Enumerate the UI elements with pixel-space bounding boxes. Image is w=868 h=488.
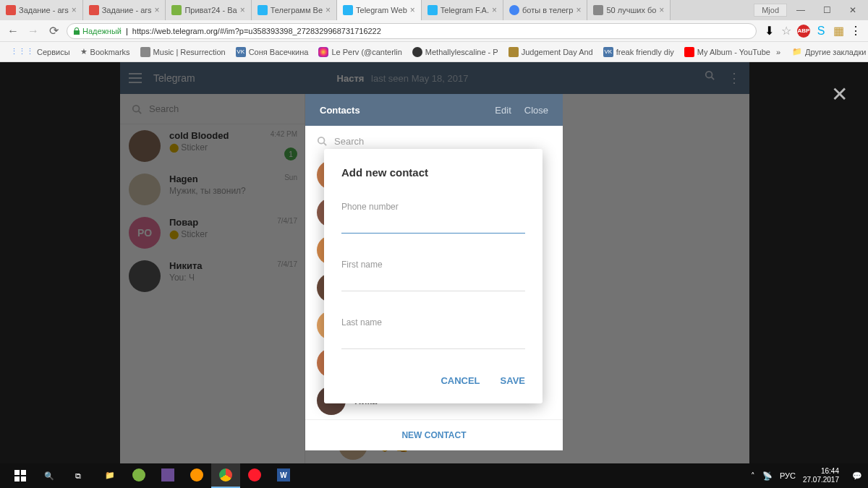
phone-label: Phone number — [341, 202, 525, 212]
svg-rect-9 — [21, 476, 26, 481]
first-name-label: First name — [341, 260, 525, 270]
last-name-input[interactable] — [341, 332, 525, 349]
browser-tab[interactable]: Задание - ars× — [0, 0, 83, 20]
tray-bluetooth-icon[interactable]: 📡 — [762, 471, 773, 481]
adblock-icon[interactable]: ABP — [797, 25, 810, 38]
window-maximize-icon[interactable]: ☐ — [814, 3, 839, 17]
taskbar-app-explorer[interactable]: 📁 — [95, 463, 124, 488]
forward-icon: → — [26, 24, 41, 38]
window-minimize-icon[interactable]: — — [788, 3, 813, 17]
chrome-user-badge[interactable]: Mjod — [754, 4, 787, 17]
new-contact-button[interactable]: NEW CONTACT — [305, 419, 563, 450]
menu-icon[interactable]: ⋮ — [849, 25, 862, 38]
notifications-icon[interactable]: 💬 — [852, 471, 862, 481]
taskbar-app-chrome[interactable] — [211, 463, 240, 488]
taskbar-clock[interactable]: 16:44 27.07.2017 — [803, 467, 845, 484]
browser-tab[interactable]: Приват24 - Ва× — [166, 0, 251, 20]
bookmark-item[interactable]: ★Bookmarks — [76, 46, 135, 58]
taskbar-app[interactable] — [153, 463, 182, 488]
close-icon[interactable]: × — [240, 5, 245, 15]
close-icon[interactable]: × — [72, 5, 77, 15]
download-icon[interactable]: ⬇ — [762, 25, 775, 38]
back-icon[interactable]: ← — [6, 24, 20, 38]
search-icon — [317, 136, 327, 146]
close-icon[interactable]: ✕ — [831, 82, 848, 106]
contacts-close-button[interactable]: Close — [524, 105, 548, 116]
bookmark-item[interactable]: Music | Resurrection — [136, 46, 230, 59]
start-button[interactable] — [6, 463, 35, 488]
cancel-button[interactable]: CANCEL — [441, 375, 480, 386]
bookmark-item[interactable]: VKСоня Васечкина — [231, 46, 313, 59]
bookmarks-overflow-icon[interactable]: » — [776, 48, 780, 56]
close-icon[interactable]: × — [154, 5, 159, 15]
browser-tab[interactable]: боты в телегр× — [503, 0, 587, 20]
window-close-icon[interactable]: ✕ — [841, 3, 865, 17]
tray-language[interactable]: РУС — [780, 471, 796, 480]
taskbar-app-utorrent[interactable] — [124, 463, 153, 488]
svg-rect-8 — [14, 476, 20, 481]
extension-icon[interactable]: ▦ — [832, 25, 845, 38]
apps-button[interactable]: ⋮⋮⋮Сервисы — [6, 46, 75, 58]
tray-chevron-icon[interactable]: ˄ — [751, 471, 755, 481]
phone-input[interactable] — [341, 216, 525, 234]
browser-address-bar: ← → ⟳ Надежный | https://web.telegram.or… — [0, 20, 868, 42]
url-text: https://web.telegram.org/#/im?p=u3583933… — [132, 27, 381, 35]
svg-line-5 — [324, 143, 327, 146]
url-input[interactable]: Надежный | https://web.telegram.org/#/im… — [67, 23, 757, 39]
taskbar-app-firefox[interactable] — [182, 463, 211, 488]
add-contact-dialog: Add new contact Phone number First name … — [324, 149, 542, 403]
bookmarks-bar: ⋮⋮⋮Сервисы ★Bookmarks Music | Resurrecti… — [0, 42, 868, 62]
other-bookmarks[interactable]: 📁Другие закладки — [788, 46, 868, 58]
browser-tab[interactable]: Телеграмм Ве× — [252, 0, 337, 20]
first-name-input[interactable] — [341, 274, 525, 291]
close-icon[interactable]: × — [492, 5, 497, 15]
close-icon[interactable]: × — [326, 5, 331, 15]
svg-rect-6 — [14, 470, 20, 475]
task-view-icon[interactable]: ⧉ — [64, 463, 93, 488]
taskbar-app-word[interactable]: W — [269, 463, 298, 488]
skype-icon[interactable]: S — [814, 25, 827, 38]
contacts-title: Contacts — [320, 105, 360, 116]
svg-point-4 — [318, 137, 325, 144]
browser-tab-strip: Задание - ars× Задание - ars× Приват24 -… — [0, 0, 868, 20]
windows-taskbar: 🔍 ⧉ 📁 W ˄ 📡 РУС 16:44 27.07.2017 💬 — [0, 463, 868, 488]
browser-tab[interactable]: 50 лучших бо× — [587, 0, 671, 20]
search-icon[interactable]: 🔍 — [35, 463, 64, 488]
bookmark-item[interactable]: Le Perv (@canterlin — [314, 46, 406, 59]
close-icon[interactable]: × — [576, 5, 581, 15]
svg-rect-7 — [21, 470, 26, 475]
close-icon[interactable]: × — [410, 5, 415, 15]
last-name-label: Last name — [341, 317, 525, 328]
bookmark-item[interactable]: VKfreak friendly diy — [599, 46, 678, 59]
browser-tab[interactable]: Задание - ars× — [83, 0, 166, 20]
contacts-edit-button[interactable]: Edit — [495, 105, 511, 116]
taskbar-app-opera[interactable] — [240, 463, 269, 488]
close-icon[interactable]: × — [659, 5, 664, 15]
dialog-title: Add new contact — [341, 166, 525, 179]
reload-icon[interactable]: ⟳ — [46, 24, 61, 38]
bookmark-item[interactable]: My Album - YouTube — [680, 46, 775, 59]
lock-icon — [73, 27, 80, 35]
save-button[interactable]: SAVE — [501, 375, 525, 386]
bookmark-item[interactable]: Methallylescaline - P — [408, 46, 503, 59]
bookmark-item[interactable]: Judgement Day And — [504, 46, 597, 59]
star-icon[interactable]: ☆ — [780, 25, 793, 38]
browser-tab[interactable]: Telegram F.A.× — [422, 0, 503, 20]
browser-tab-active[interactable]: Telegram Web× — [337, 0, 422, 20]
